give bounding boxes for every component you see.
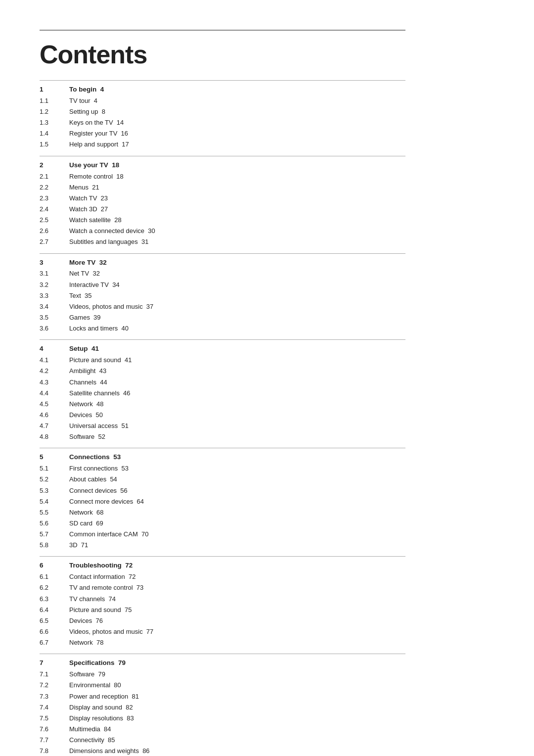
subsection-row-4.5: 4.5Network 48 — [40, 399, 405, 409]
subsection-num-6.5: 6.5 — [40, 616, 69, 626]
subsection-title-1.1: TV tour 4 — [69, 96, 97, 106]
subsection-row-5.5: 5.5Network 68 — [40, 508, 405, 518]
subsection-num-4.1: 4.1 — [40, 355, 69, 365]
subsection-num-6.4: 6.4 — [40, 605, 69, 615]
subsection-row-6.4: 6.4Picture and sound 75 — [40, 605, 405, 615]
section-rule-1 — [40, 80, 405, 81]
subsection-title-4.8: Software 52 — [69, 432, 105, 442]
subsection-title-2.7: Subtitles and languages 31 — [69, 237, 148, 247]
section-block-2: 2Use your TV 182.1Remote control 182.2Me… — [40, 156, 405, 247]
subsection-num-3.4: 3.4 — [40, 302, 69, 312]
subsection-row-3.1: 3.1Net TV 32 — [40, 269, 405, 279]
subsection-row-2.6: 2.6Watch a connected device 30 — [40, 226, 405, 236]
subsection-row-5.4: 5.4Connect more devices 64 — [40, 497, 405, 507]
section-main-row-4: 4Setup 41 — [40, 344, 405, 354]
subsection-num-5.5: 5.5 — [40, 508, 69, 518]
subsection-num-4.4: 4.4 — [40, 388, 69, 398]
subsection-title-7.2: Environmental 80 — [69, 680, 121, 690]
subsection-num-2.3: 2.3 — [40, 193, 69, 203]
section-title-6: Troubleshooting 72 — [69, 561, 133, 571]
subsection-row-1.5: 1.5Help and support 17 — [40, 140, 405, 149]
subsection-num-6.7: 6.7 — [40, 638, 69, 648]
subsection-num-3.2: 3.2 — [40, 280, 69, 290]
section-title-4: Setup 41 — [69, 344, 99, 354]
section-rule-2 — [40, 156, 405, 156]
subsection-title-4.4: Satellite channels 46 — [69, 388, 131, 398]
subsection-row-2.5: 2.5Watch satellite 28 — [40, 215, 405, 225]
page-container: Contents 1To begin 41.1TV tour 41.2Setti… — [0, 0, 445, 756]
subsection-row-6.3: 6.3TV channels 74 — [40, 594, 405, 604]
section-title-2: Use your TV 18 — [69, 160, 119, 171]
subsection-num-7.8: 7.8 — [40, 746, 69, 756]
subsection-title-7.4: Display and sound 82 — [69, 703, 133, 712]
subsection-title-3.3: Text 35 — [69, 291, 92, 301]
subsection-row-7.4: 7.4Display and sound 82 — [40, 703, 405, 712]
section-num-7: 7 — [40, 658, 69, 668]
subsection-num-2.7: 2.7 — [40, 237, 69, 247]
subsection-num-7.6: 7.6 — [40, 724, 69, 734]
subsection-title-6.6: Videos, photos and music 77 — [69, 627, 153, 637]
subsection-row-4.2: 4.2Ambilight 43 — [40, 366, 405, 376]
section-block-7: 7Specifications 797.1Software 797.2Envir… — [40, 654, 405, 756]
subsection-num-7.7: 7.7 — [40, 735, 69, 745]
subsection-title-4.5: Network 48 — [69, 399, 103, 409]
subsection-num-5.6: 5.6 — [40, 519, 69, 528]
section-main-row-3: 3More TV 32 — [40, 258, 405, 268]
subsection-num-6.2: 6.2 — [40, 583, 69, 593]
subsection-title-7.7: Connectivity 85 — [69, 735, 115, 745]
subsection-num-3.5: 3.5 — [40, 313, 69, 323]
section-main-row-7: 7Specifications 79 — [40, 658, 405, 668]
subsection-title-5.4: Connect more devices 64 — [69, 497, 144, 507]
subsection-title-4.1: Picture and sound 41 — [69, 355, 132, 365]
subsection-title-1.5: Help and support 17 — [69, 140, 129, 149]
subsection-title-6.7: Network 78 — [69, 638, 103, 648]
subsection-title-5.5: Network 68 — [69, 508, 103, 518]
subsection-num-3.6: 3.6 — [40, 324, 69, 333]
subsection-row-6.1: 6.1Contact information 72 — [40, 572, 405, 582]
subsection-row-7.3: 7.3Power and reception 81 — [40, 692, 405, 702]
subsection-title-5.7: Common interface CAM 70 — [69, 529, 148, 539]
section-main-row-5: 5Connections 53 — [40, 452, 405, 463]
section-num-2: 2 — [40, 160, 69, 171]
section-title-7: Specifications 79 — [69, 658, 126, 668]
subsection-num-5.3: 5.3 — [40, 486, 69, 496]
section-block-1: 1To begin 41.1TV tour 41.2Setting up 81.… — [40, 80, 405, 150]
subsection-title-4.6: Devices 50 — [69, 410, 103, 420]
section-num-1: 1 — [40, 85, 69, 95]
section-rule-6 — [40, 556, 405, 557]
subsection-num-5.4: 5.4 — [40, 497, 69, 507]
subsection-num-4.3: 4.3 — [40, 378, 69, 387]
subsection-title-6.1: Contact information 72 — [69, 572, 135, 582]
subsection-title-4.7: Universal access 51 — [69, 421, 129, 431]
section-num-5: 5 — [40, 452, 69, 463]
subsection-row-7.1: 7.1Software 79 — [40, 669, 405, 679]
subsection-title-7.3: Power and reception 81 — [69, 692, 139, 702]
subsection-title-4.3: Channels 44 — [69, 378, 107, 387]
subsection-title-5.1: First connections 53 — [69, 464, 129, 473]
subsection-row-2.1: 2.1Remote control 18 — [40, 172, 405, 182]
subsection-title-6.2: TV and remote control 73 — [69, 583, 143, 593]
subsection-row-6.7: 6.7Network 78 — [40, 638, 405, 648]
section-title-3: More TV 32 — [69, 258, 107, 268]
subsection-title-6.5: Devices 76 — [69, 616, 103, 626]
subsection-title-2.5: Watch satellite 28 — [69, 215, 122, 225]
subsection-num-1.3: 1.3 — [40, 118, 69, 128]
sections-container: 1To begin 41.1TV tour 41.2Setting up 81.… — [40, 80, 405, 756]
subsection-num-2.5: 2.5 — [40, 215, 69, 225]
subsection-row-3.5: 3.5Games 39 — [40, 313, 405, 323]
section-main-row-2: 2Use your TV 18 — [40, 160, 405, 171]
subsection-num-6.1: 6.1 — [40, 572, 69, 582]
subsection-row-4.7: 4.7Universal access 51 — [40, 421, 405, 431]
subsection-row-2.2: 2.2Menus 21 — [40, 183, 405, 192]
subsection-row-2.4: 2.4Watch 3D 27 — [40, 204, 405, 214]
subsection-num-2.2: 2.2 — [40, 183, 69, 192]
section-block-3: 3More TV 323.1Net TV 323.2Interactive TV… — [40, 253, 405, 334]
subsection-title-2.6: Watch a connected device 30 — [69, 226, 155, 236]
subsection-title-2.2: Menus 21 — [69, 183, 99, 192]
subsection-row-4.3: 4.3Channels 44 — [40, 378, 405, 387]
section-rule-5 — [40, 448, 405, 448]
subsection-num-7.2: 7.2 — [40, 680, 69, 690]
subsection-title-3.4: Videos, photos and music 37 — [69, 302, 153, 312]
subsection-num-5.7: 5.7 — [40, 529, 69, 539]
section-block-6: 6Troubleshooting 726.1Contact informatio… — [40, 556, 405, 648]
